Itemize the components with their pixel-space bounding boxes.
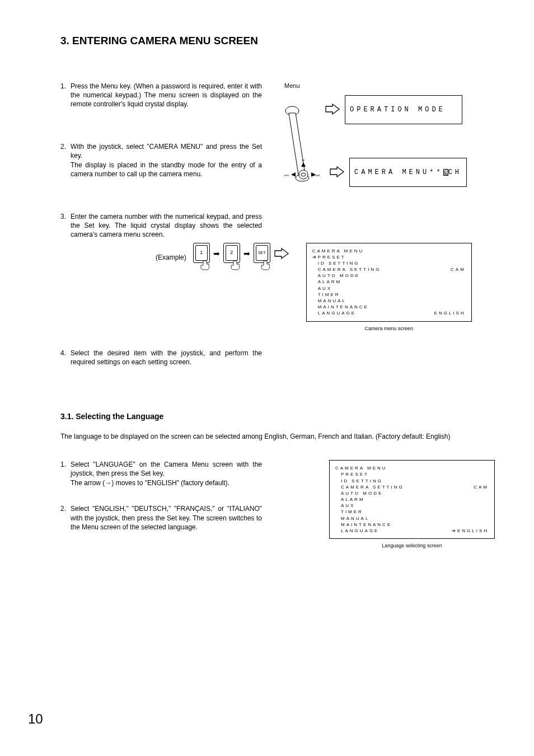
hand-icon [200,260,211,271]
arrow-icon: ➔ [452,528,457,533]
step-list-a: Press the Menu key. (When a password is … [60,82,262,240]
key-label: SET [256,245,268,261]
label-up: UP [302,159,305,162]
keypad-key-2: 2 [223,243,240,263]
example-key-row: (Example) 1 ➡ 2 ➡ SET CAMERA MENU ➔PRESE… [156,243,480,332]
step-2: With the joystick, select "CAMERA MENU" … [60,142,262,179]
menu-title: CAMERA MENU [312,248,466,254]
arrow-icon: ➡ [213,243,220,259]
svg-marker-8 [330,167,344,177]
menu-caption: Camera menu screen [306,325,472,332]
keypad-key-set: SET [254,243,270,263]
menu-key-label: Menu [284,82,300,90]
step-b2: Select "ENGLISH," "DEUTSCH," "FRANÇAIS,"… [60,504,262,532]
intro-text: The language to be displayed on the scre… [60,432,480,441]
key-label: 1 [195,245,208,261]
step-1: Press the Menu key. (When a password is … [60,82,262,109]
menu-title: CAMERA MENU [335,465,489,471]
step-3: Enter the camera number with the numeric… [60,212,262,240]
lower-columns: Select "LANGUAGE" on the Camera Menu scr… [60,460,480,565]
keypad-key-1: 1 [193,243,210,263]
step-list-a-cont: Select the desired item with the joystic… [60,349,262,367]
page-number: 10 [28,710,43,728]
language-menu-screen: CAMERA MENU PRESET ID SETTING CAMERA SET… [329,460,495,539]
lcd-text-pre: CAMERA MENU** [354,168,443,177]
key-label: 2 [226,245,238,261]
cursor-icon [443,169,448,176]
label-left: LEFT [284,174,289,177]
sub-heading: 3.1. Selecting the Language [60,411,480,422]
svg-marker-2 [301,162,306,167]
step-list-b: Select "LANGUAGE" on the Camera Menu scr… [60,460,262,532]
page: 3. ENTERING CAMERA MENU SCREEN Press the… [0,0,534,756]
hand-icon [260,260,271,271]
arrow-icon: ➡ [243,243,250,259]
arrow-icon [329,166,345,178]
joystick-directions: UP LEFT RIGHT [281,157,327,187]
svg-point-6 [301,173,306,176]
step-4: Select the desired item with the joystic… [60,349,262,367]
figure-column: Menu UP LEFT RIGHT [279,82,480,248]
hand-icon [230,260,241,271]
steps-column: Press the Menu key. (When a password is … [60,82,262,248]
arrow-icon: → [105,478,111,487]
lcd-text-post: CH [448,168,462,177]
svg-marker-3 [291,172,296,177]
lcd-operation-mode: OPERATION MODE [345,95,462,124]
steps-b-column: Select "LANGUAGE" on the Camera Menu scr… [60,460,262,565]
lcd-camera-menu: CAMERA MENU**CH [349,158,467,187]
lcd-text: OPERATION MODE [350,105,446,114]
menu-caption: Language selecting screen [329,542,495,549]
upper-columns: Press the Menu key. (When a password is … [60,82,480,248]
arrow-icon [325,103,340,115]
camera-menu-screen: CAMERA MENU ➔PRESET ID SETTING CAMERA SE… [306,243,472,322]
menu2-column: CAMERA MENU PRESET ID SETTING CAMERA SET… [279,460,495,565]
step-b1: Select "LANGUAGE" on the Camera Menu scr… [60,460,262,487]
main-heading: 3. ENTERING CAMERA MENU SCREEN [60,34,480,48]
svg-marker-9 [275,248,288,259]
example-label: (Example) [156,243,190,262]
svg-marker-7 [326,104,339,114]
arrow-icon: ➔ [312,255,318,260]
